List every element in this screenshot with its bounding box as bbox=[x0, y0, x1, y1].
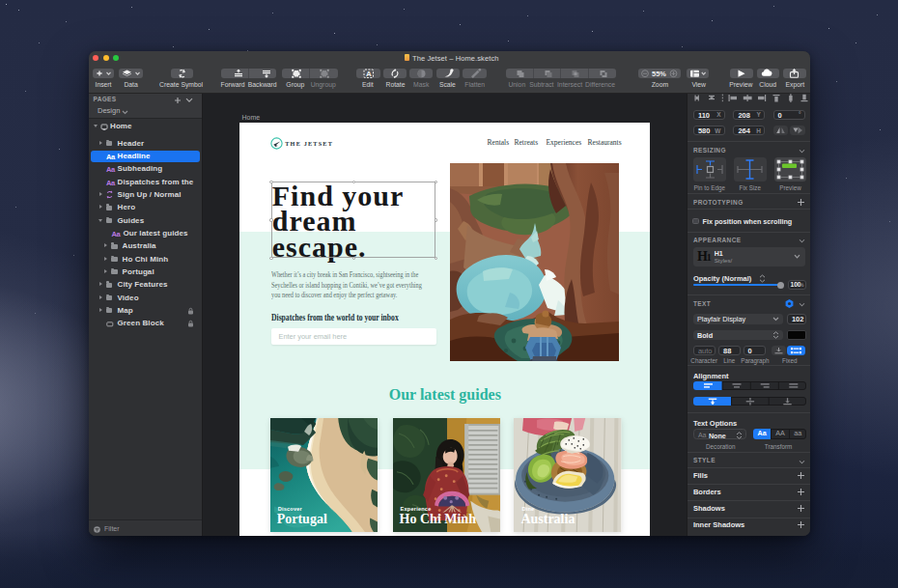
svg-text:55%: 55% bbox=[652, 70, 666, 78]
svg-text:A: A bbox=[365, 70, 371, 78]
